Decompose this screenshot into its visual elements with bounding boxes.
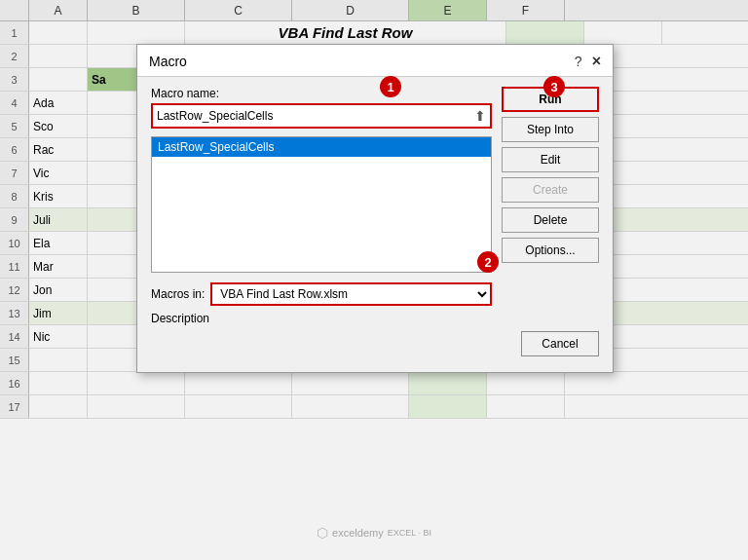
dialog-left: Macro name: ⬆ LastRow_SpecialCells Macro…	[151, 87, 492, 325]
options-button[interactable]: Options...	[502, 238, 599, 263]
macros-in-row: Macros in: VBA Find Last Row.xlsm All Op…	[151, 282, 492, 306]
dialog-buttons: Run Step Into Edit Create Delete Options…	[502, 87, 599, 325]
macro-dialog: Macro ? × Macro name: ⬆ LastRow_SpecialC…	[136, 44, 614, 373]
create-button[interactable]: Create	[502, 177, 599, 203]
cancel-button[interactable]: Cancel	[521, 331, 599, 356]
dialog-titlebar: Macro ? ×	[137, 45, 613, 77]
macro-name-label: Macro name:	[151, 87, 492, 100]
dialog-close-button[interactable]: ×	[592, 53, 601, 70]
macro-list[interactable]: LastRow_SpecialCells	[151, 136, 492, 273]
step-into-button[interactable]: Step Into	[502, 117, 599, 142]
badge-2: 2	[477, 251, 499, 273]
upload-icon: ⬆	[474, 108, 486, 124]
macro-name-input[interactable]	[157, 109, 465, 123]
dialog-help-button[interactable]: ?	[575, 54, 582, 69]
dialog-body: Macro name: ⬆ LastRow_SpecialCells Macro…	[137, 77, 613, 325]
delete-button[interactable]: Delete	[502, 207, 599, 233]
description-label: Description	[151, 312, 492, 325]
dialog-title: Macro	[149, 54, 187, 69]
macro-name-field[interactable]: ⬆	[151, 103, 492, 129]
badge-3: 3	[543, 76, 565, 97]
list-item[interactable]	[152, 157, 491, 163]
badge-1: 1	[380, 76, 401, 97]
macros-in-label: Macros in:	[151, 287, 205, 301]
macros-in-select[interactable]: VBA Find Last Row.xlsm All Open Workbook…	[210, 282, 492, 306]
edit-button[interactable]: Edit	[502, 147, 599, 172]
dialog-footer: Cancel	[137, 325, 613, 356]
dialog-controls: ? ×	[575, 53, 601, 70]
list-item[interactable]: LastRow_SpecialCells	[152, 137, 491, 157]
